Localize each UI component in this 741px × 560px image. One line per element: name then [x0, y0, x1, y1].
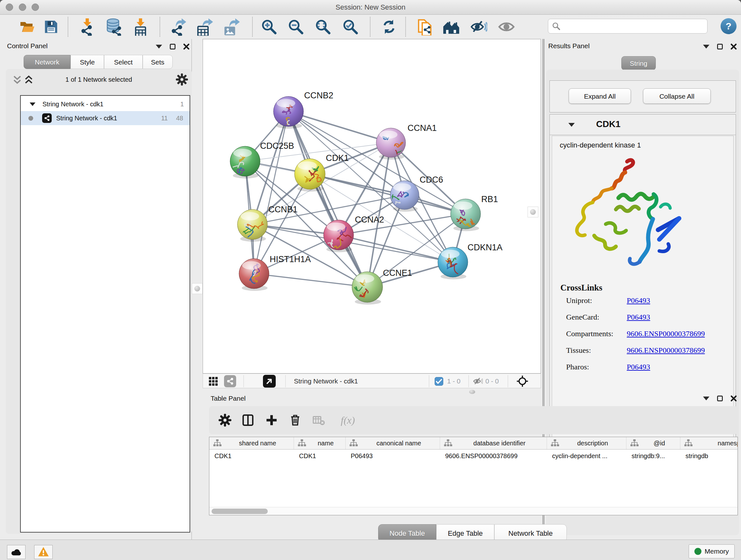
table-cell[interactable]: cyclin-dependent ...: [547, 449, 626, 462]
save-session-button[interactable]: [42, 17, 60, 36]
network-node-hist1h1a[interactable]: [239, 259, 269, 291]
float-panel-icon[interactable]: [170, 44, 176, 50]
function-builder-icon[interactable]: f(x): [337, 413, 359, 427]
crosslink-link[interactable]: 9606.ENSP00000378699: [627, 329, 705, 338]
network-panel-gear-icon[interactable]: [176, 73, 188, 85]
float-panel-icon[interactable]: [717, 44, 723, 50]
clone-network-button[interactable]: [415, 17, 433, 36]
collapse-panel-icon[interactable]: [703, 396, 710, 400]
warning-status-button[interactable]: [34, 545, 53, 559]
network-node-cdkn1a[interactable]: [438, 247, 468, 279]
network-node-cdk1[interactable]: [294, 159, 325, 192]
column-header-namespace[interactable]: namespace: [680, 437, 738, 449]
control-panel-title: Control Panel: [7, 42, 48, 50]
table-cell[interactable]: CDK1: [294, 449, 346, 462]
tab-string[interactable]: String: [621, 56, 656, 70]
float-panel-icon[interactable]: [717, 395, 723, 401]
refresh-layout-button[interactable]: [380, 17, 398, 36]
tab-select[interactable]: Select: [104, 55, 143, 69]
network-node-ccna1[interactable]: [376, 128, 406, 163]
status-bar: Memory: [0, 540, 741, 560]
string-home-button[interactable]: [442, 17, 461, 36]
zoom-out-button[interactable]: [286, 17, 305, 36]
crosslink-link[interactable]: 9606.ENSP00000378699: [627, 346, 705, 355]
crosslink-link[interactable]: P06493: [627, 296, 650, 305]
memory-button[interactable]: Memory: [689, 544, 735, 558]
help-button[interactable]: ?: [721, 18, 737, 34]
network-row[interactable]: String Network - cdk1 11 48: [21, 111, 190, 125]
column-header-database-identifier[interactable]: database identifier: [440, 437, 547, 449]
close-panel-icon[interactable]: [731, 395, 737, 401]
network-node-ccnb2[interactable]: [273, 97, 304, 137]
show-columns-icon[interactable]: [241, 413, 255, 427]
collapse-panel-icon[interactable]: [703, 45, 710, 49]
open-in-new-window-icon[interactable]: [263, 375, 276, 388]
left-splitter-handle[interactable]: [192, 283, 203, 294]
title-bar: Session: New Session: [0, 0, 741, 15]
network-edge[interactable]: [254, 273, 367, 287]
table-hscrollbar-thumb[interactable]: [212, 509, 268, 514]
column-header-shared-name[interactable]: shared name: [209, 437, 294, 449]
collapse-panel-icon[interactable]: [156, 45, 162, 49]
network-edge[interactable]: [288, 111, 391, 143]
table-cell[interactable]: stringdb: [680, 449, 738, 462]
column-header-canonical-name[interactable]: canonical name: [346, 437, 440, 449]
cloud-status-button[interactable]: [7, 545, 25, 559]
column-header--id[interactable]: @id: [626, 437, 680, 449]
table-settings-gear-icon[interactable]: [218, 413, 232, 427]
close-panel-icon[interactable]: [731, 44, 737, 50]
network-share-icon[interactable]: [224, 375, 236, 387]
column-header-description[interactable]: description: [547, 437, 626, 449]
show-all-button[interactable]: [497, 17, 516, 36]
expand-all-button[interactable]: Expand All: [569, 88, 631, 104]
network-node-cdc25b[interactable]: [230, 146, 260, 187]
tab-sets[interactable]: Sets: [143, 55, 173, 69]
birdseye-view-icon[interactable]: [208, 376, 218, 386]
network-node-rb1[interactable]: [451, 199, 481, 231]
export-network-button[interactable]: [169, 17, 187, 36]
right-splitter-handle[interactable]: [528, 206, 538, 217]
crosslink-row: Uniprot:P06493: [566, 296, 729, 305]
network-graph[interactable]: CCNB2CCNA1CDC25BCDK1CDC6RB1CCNB1CCNA2CDK…: [203, 39, 541, 373]
export-table-button[interactable]: [195, 17, 213, 36]
hidden-eye-slash-icon[interactable]: [473, 376, 483, 386]
column-header-name[interactable]: name: [294, 437, 346, 449]
import-network-from-database-button[interactable]: [104, 17, 122, 36]
export-image-button[interactable]: [221, 17, 240, 36]
table-hscrollbar[interactable]: [209, 507, 738, 515]
tab-network[interactable]: Network: [23, 55, 71, 69]
crosslink-link[interactable]: P06493: [627, 313, 650, 321]
gene-section-header[interactable]: CDK1: [550, 115, 736, 135]
table-row[interactable]: CDK1CDK1P064939606.ENSP00000378699cyclin…: [209, 449, 738, 462]
search-input[interactable]: [560, 23, 707, 30]
table-cell[interactable]: stringdb:9...: [626, 449, 680, 462]
open-session-button[interactable]: [18, 17, 37, 36]
delete-column-trash-icon[interactable]: [288, 413, 302, 427]
import-network-button[interactable]: [77, 17, 96, 36]
table-cell[interactable]: CDK1: [209, 449, 294, 462]
network-node-ccnb1[interactable]: [238, 209, 267, 242]
tree-expand-icon[interactable]: [30, 103, 36, 106]
zoom-in-button[interactable]: [260, 17, 278, 36]
add-column-icon[interactable]: [265, 413, 279, 427]
selected-checkbox[interactable]: [434, 377, 443, 386]
gene-collapse-icon[interactable]: [568, 123, 575, 127]
center-view-crosshair-icon[interactable]: [516, 375, 529, 387]
hide-unselected-button[interactable]: [470, 17, 488, 36]
network-edge[interactable]: [254, 111, 288, 273]
collapse-all-button[interactable]: Collapse All: [643, 88, 711, 104]
network-node-ccne1[interactable]: [352, 272, 383, 305]
network-canvas[interactable]: CCNB2CCNA1CDC25BCDK1CDC6RB1CCNB1CCNA2CDK…: [203, 39, 541, 374]
zoom-selected-button[interactable]: [341, 17, 360, 36]
crosslink-link[interactable]: P06493: [627, 363, 650, 371]
import-table-button[interactable]: [131, 17, 149, 36]
zoom-fit-button[interactable]: [314, 17, 332, 36]
tab-style[interactable]: Style: [71, 55, 104, 69]
network-collection-row[interactable]: String Network - cdk1 1: [21, 97, 190, 111]
memory-ok-dot: [694, 548, 701, 555]
delete-table-icon[interactable]: [312, 413, 326, 427]
table-cell[interactable]: 9606.ENSP00000378699: [440, 449, 547, 462]
table-cell[interactable]: P06493: [346, 449, 440, 462]
close-panel-icon[interactable]: [183, 44, 190, 50]
network-node-cdc6[interactable]: [387, 181, 419, 212]
